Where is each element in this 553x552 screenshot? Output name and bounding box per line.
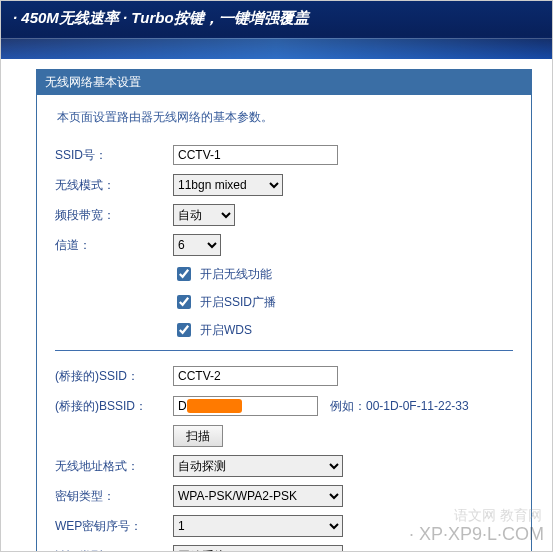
auth-type-select[interactable]: 开放系统: [173, 545, 343, 552]
ssid-input[interactable]: [173, 145, 338, 165]
key-type-select[interactable]: WPA-PSK/WPA2-PSK: [173, 485, 343, 507]
enable-ssid-broadcast-label: 开启SSID广播: [200, 294, 276, 311]
divider: [55, 350, 513, 351]
bridge-ssid-input[interactable]: [173, 366, 338, 386]
bssid-example: 例如：00-1D-0F-11-22-33: [330, 398, 469, 415]
panel-title: 无线网络基本设置: [37, 70, 531, 95]
banner-text: · 450M无线速率 · Turbo按键，一键增强覆盖: [13, 9, 309, 26]
enable-ssid-broadcast-checkbox[interactable]: [177, 295, 191, 309]
addr-format-select[interactable]: 自动探测: [173, 455, 343, 477]
wep-index-select[interactable]: 1: [173, 515, 343, 537]
bridge-ssid-label: (桥接的)SSID：: [55, 368, 173, 385]
wep-index-label: WEP密钥序号：: [55, 518, 173, 535]
auth-type-label: 认证类型：: [55, 548, 173, 553]
top-banner: · 450M无线速率 · Turbo按键，一键增强覆盖: [1, 1, 552, 59]
enable-wds-label: 开启WDS: [200, 322, 252, 339]
enable-wds-checkbox[interactable]: [177, 323, 191, 337]
redacted-mask: [187, 399, 242, 413]
channel-label: 信道：: [55, 237, 173, 254]
enable-wireless-label: 开启无线功能: [200, 266, 272, 283]
scan-button[interactable]: 扫描: [173, 425, 223, 447]
bandwidth-select[interactable]: 自动: [173, 204, 235, 226]
enable-wireless-checkbox[interactable]: [177, 267, 191, 281]
key-type-label: 密钥类型：: [55, 488, 173, 505]
bandwidth-label: 频段带宽：: [55, 207, 173, 224]
ssid-label: SSID号：: [55, 147, 173, 164]
bridge-bssid-label: (桥接的)BSSID：: [55, 398, 173, 415]
mode-select[interactable]: 11bgn mixed: [173, 174, 283, 196]
panel-description: 本页面设置路由器无线网络的基本参数。: [57, 109, 513, 126]
settings-panel: 无线网络基本设置 本页面设置路由器无线网络的基本参数。 SSID号： 无线模式：…: [36, 69, 532, 552]
channel-select[interactable]: 6: [173, 234, 221, 256]
addr-format-label: 无线地址格式：: [55, 458, 173, 475]
mode-label: 无线模式：: [55, 177, 173, 194]
